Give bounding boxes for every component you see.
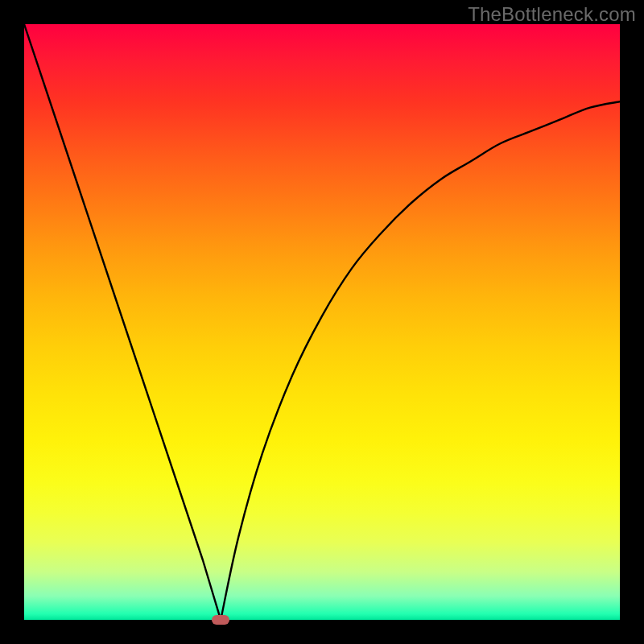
watermark-text: TheBottleneck.com [468,3,636,26]
chart-frame: TheBottleneck.com [0,0,644,644]
plot-area [24,24,620,620]
curve-path [24,24,620,620]
bottleneck-curve [24,24,620,620]
min-marker [212,615,229,625]
